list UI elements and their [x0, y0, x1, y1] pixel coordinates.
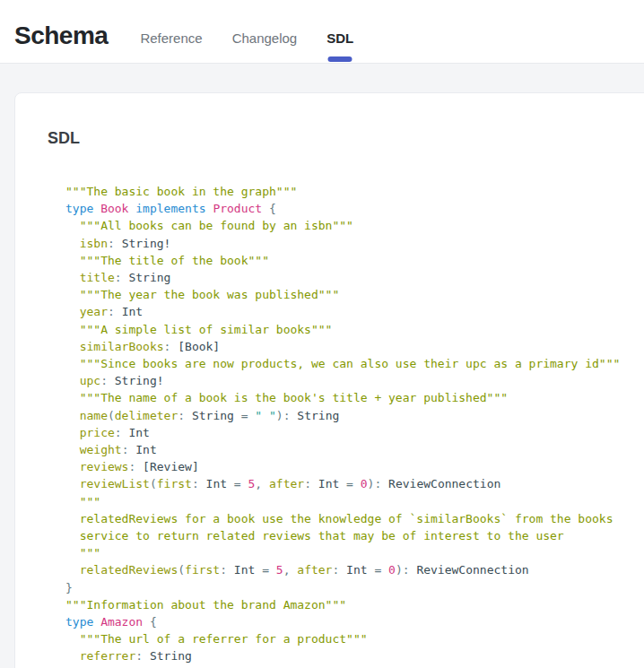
- code-line: price: Int: [65, 424, 644, 441]
- sdl-card: SDL """The basic book in the graph"""typ…: [14, 92, 644, 668]
- code-line: upc: String!: [65, 372, 644, 389]
- tab-changelog[interactable]: Changelog: [228, 0, 302, 63]
- code-line: """A simple list of similar books""": [65, 321, 644, 338]
- code-line: """: [65, 544, 644, 561]
- tab-reference[interactable]: Reference: [135, 0, 206, 63]
- code-line: """The url of a referrer for a product""…: [65, 630, 644, 647]
- page-header: Schema Reference Changelog SDL: [0, 0, 644, 64]
- code-line: reviewList(first: Int = 5, after: Int = …: [65, 475, 644, 492]
- tab-bar: Reference Changelog SDL: [135, 0, 358, 63]
- code-line: service to return related reviews that m…: [65, 527, 644, 544]
- code-line: reviews: [Review]: [65, 458, 644, 475]
- tab-sdl[interactable]: SDL: [322, 0, 358, 63]
- code-line: isbn: String!: [65, 235, 644, 252]
- code-line: """The basic book in the graph""": [65, 183, 644, 200]
- code-line: type Book implements Product {: [65, 200, 644, 217]
- code-line: referrer: String: [65, 647, 644, 664]
- sdl-code-block: """The basic book in the graph"""type Bo…: [48, 183, 644, 668]
- code-line: year: Int: [65, 303, 644, 320]
- code-line: type Amazon {: [65, 613, 644, 630]
- active-tab-indicator: [328, 56, 352, 62]
- page-title: Schema: [14, 22, 108, 50]
- tab-sdl-label: SDL: [326, 30, 353, 46]
- code-line: """The name of a book is the book's titl…: [65, 389, 644, 406]
- code-line: name(delimeter: String = " "): String: [65, 407, 644, 424]
- code-line: }: [65, 579, 644, 596]
- code-line: similarBooks: [Book]: [65, 338, 644, 355]
- code-line: """The title of the book""": [65, 252, 644, 269]
- code-line: """: [65, 493, 644, 510]
- code-line: relatedReviews for a book use the knowle…: [65, 510, 644, 527]
- code-line: relatedReviews(first: Int = 5, after: In…: [65, 561, 644, 578]
- section-heading: SDL: [48, 129, 644, 148]
- tab-reference-label: Reference: [140, 30, 202, 46]
- tab-changelog-label: Changelog: [232, 30, 298, 46]
- code-line: """All books can be found by an isbn""": [65, 217, 644, 234]
- code-line: title: String: [65, 269, 644, 286]
- code-line: """Information about the brand Amazon""": [65, 596, 644, 613]
- content-area: SDL """The basic book in the graph"""typ…: [0, 64, 644, 668]
- schema-page: Schema Reference Changelog SDL SDL """Th…: [0, 0, 644, 64]
- code-line: weight: Int: [65, 441, 644, 458]
- code-line: """Since books are now products, we can …: [65, 355, 644, 372]
- code-line: """The year the book was published""": [65, 286, 644, 303]
